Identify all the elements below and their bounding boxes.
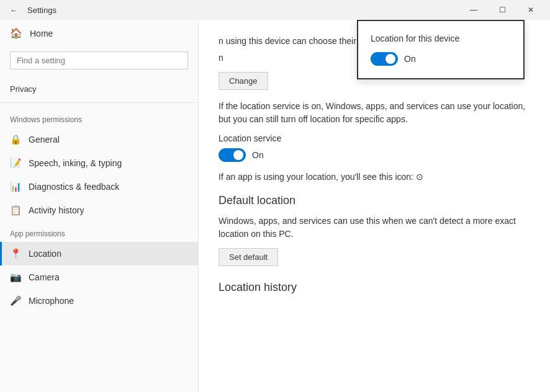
- back-button[interactable]: ←: [5, 1, 22, 19]
- windows-permissions-header: Windows permissions: [0, 108, 198, 128]
- location-service-toggle-row: On: [219, 148, 530, 162]
- popup-location-toggle[interactable]: [371, 52, 398, 66]
- popup-toggle-row: On: [371, 52, 511, 66]
- activity-icon: 📋: [10, 205, 21, 216]
- app-permissions-header: App permissions: [0, 222, 198, 242]
- icon-note-text: If an app is using your location, you'll…: [219, 172, 530, 182]
- titlebar-title: Settings: [27, 6, 56, 15]
- sidebar-item-camera[interactable]: 📷 Camera: [0, 265, 198, 289]
- location-service-toggle-label: On: [252, 150, 264, 160]
- close-button[interactable]: ✕: [516, 0, 545, 20]
- location-label: Location: [29, 249, 61, 259]
- main-layout: 🏠 Home Privacy Windows permissions 🔒 Gen…: [0, 20, 550, 392]
- sidebar-item-diagnostics[interactable]: 📊 Diagnostics & feedback: [0, 175, 198, 198]
- speech-label: Speech, inking, & typing: [29, 158, 122, 168]
- titlebar-controls: — ☐ ✕: [459, 0, 545, 20]
- change-button[interactable]: Change: [219, 72, 268, 90]
- search-input[interactable]: [10, 51, 188, 69]
- microphone-label: Microphone: [29, 296, 74, 306]
- service-info-text: If the location service is on, Windows, …: [219, 100, 530, 126]
- sidebar-item-activity[interactable]: 📋 Activity history: [0, 198, 198, 222]
- activity-label: Activity history: [29, 205, 84, 215]
- microphone-icon: 🎤: [10, 295, 21, 306]
- home-label: Home: [30, 29, 53, 38]
- general-icon: 🔒: [10, 134, 21, 145]
- privacy-header: Privacy: [0, 74, 198, 97]
- search-container: [0, 47, 198, 74]
- location-icon: 📍: [10, 248, 21, 259]
- sidebar-item-location[interactable]: 📍 Location: [0, 242, 198, 265]
- content-area: Location for this device On n using this…: [199, 20, 550, 392]
- set-default-button[interactable]: Set default: [219, 248, 278, 266]
- home-nav-item[interactable]: 🏠 Home: [0, 20, 198, 47]
- popup-toggle-label: On: [404, 54, 416, 64]
- minimize-button[interactable]: —: [459, 0, 488, 20]
- popup-title: Location for this device: [371, 33, 511, 43]
- default-location-title: Default location: [219, 194, 530, 207]
- default-location-desc: Windows, apps, and services can use this…: [219, 215, 530, 241]
- sidebar-item-microphone[interactable]: 🎤 Microphone: [0, 289, 198, 313]
- diagnostics-icon: 📊: [10, 181, 21, 192]
- sidebar-item-general[interactable]: 🔒 General: [0, 128, 198, 151]
- general-label: General: [29, 135, 60, 145]
- diagnostics-label: Diagnostics & feedback: [29, 182, 119, 192]
- location-service-label: Location service: [219, 133, 530, 143]
- titlebar: ← Settings — ☐ ✕: [0, 0, 550, 20]
- camera-label: Camera: [29, 272, 60, 282]
- home-icon: 🏠: [10, 27, 22, 39]
- titlebar-nav: ←: [5, 1, 22, 19]
- location-history-title: Location history: [219, 281, 530, 294]
- maximize-button[interactable]: ☐: [488, 0, 516, 20]
- divider-1: [0, 102, 198, 103]
- location-device-popup: Location for this device On: [357, 20, 525, 79]
- camera-icon: 📷: [10, 272, 21, 283]
- sidebar-item-speech[interactable]: 📝 Speech, inking, & typing: [0, 151, 198, 175]
- window: ← Settings — ☐ ✕ 🏠 Home Privacy Windows …: [0, 0, 550, 392]
- sidebar: 🏠 Home Privacy Windows permissions 🔒 Gen…: [0, 20, 199, 392]
- location-service-toggle[interactable]: [219, 148, 246, 162]
- speech-icon: 📝: [10, 158, 21, 169]
